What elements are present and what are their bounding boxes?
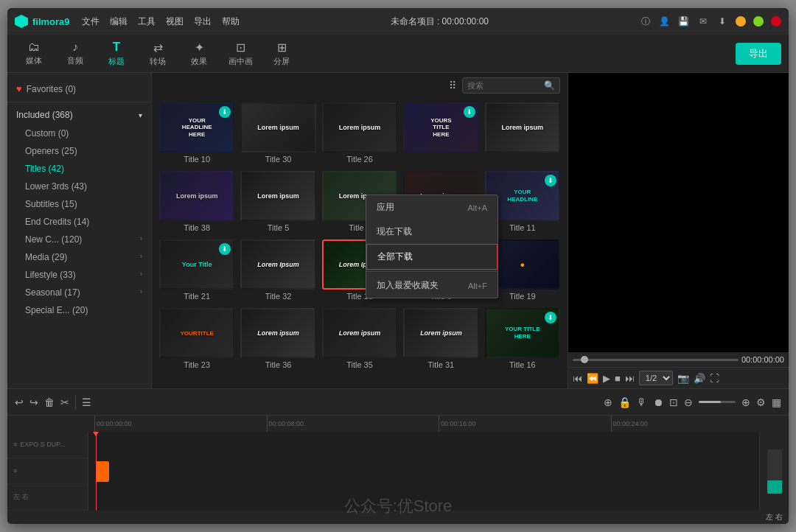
title-card-26[interactable]: Lorem ipsum Title 26	[322, 102, 397, 165]
sidebar-item-titles[interactable]: Titles (42)	[7, 160, 151, 178]
card-thumb-16: YOUR TITLEHERE ⬇	[485, 308, 560, 358]
skip-back-icon[interactable]: ⏮	[573, 373, 582, 384]
card-thumb-31: Lorem ipsum	[403, 308, 478, 358]
title-card-5[interactable]: Lorem ipsum Title 5	[240, 171, 315, 234]
playback-controls: ⏮ ⏪ ▶ ■ ⏭ 1/2 📷 🔊 ⛶	[568, 367, 789, 388]
tool-transitions[interactable]: ⇄ 转场	[139, 38, 177, 70]
tool-media[interactable]: 🗂 媒体	[15, 38, 53, 70]
sidebar-item-subtitles[interactable]: Subtitles (15)	[7, 195, 151, 213]
lock-icon[interactable]: 🔒	[618, 396, 631, 408]
favorites-label: Favorites (0)	[27, 84, 76, 94]
minimize-button[interactable]	[736, 16, 746, 27]
context-menu: 应用 Alt+A 现在下载 全部下载 加入最爱收藏夹 Alt+F	[366, 195, 498, 298]
menu-edit[interactable]: 编辑	[110, 15, 128, 28]
title-card-empty1[interactable]: YOURSTITLEHERE ⬇	[403, 102, 478, 165]
preview-timecode: 00:00:00:00	[741, 355, 784, 364]
ctx-add-favorite[interactable]: 加入最爱收藏夹 Alt+F	[366, 273, 498, 298]
export-button[interactable]: 导出	[736, 43, 781, 65]
skip-forward-icon[interactable]: ⏭	[625, 373, 635, 384]
zoom-track[interactable]	[699, 401, 736, 403]
download-icon[interactable]: ⬇	[716, 15, 728, 27]
included-label: Included (368)	[16, 110, 73, 120]
close-button[interactable]	[771, 16, 781, 27]
tool-audio[interactable]: ♪ 音频	[56, 38, 94, 70]
stop-icon[interactable]: ■	[615, 373, 621, 384]
mail-icon[interactable]: ✉	[697, 15, 709, 27]
thumb-text-empty1: YOURSTITLEHERE	[429, 116, 453, 140]
account-icon[interactable]: 👤	[659, 15, 671, 27]
volume-icon[interactable]: 🔊	[694, 373, 705, 384]
menu-tools[interactable]: 工具	[138, 15, 156, 28]
sidebar-item-lifestyle[interactable]: Lifestyle (33) ›	[7, 266, 151, 284]
undo-icon[interactable]: ↩	[15, 396, 24, 408]
mic-icon[interactable]: 🎙	[637, 396, 647, 408]
tool-pip[interactable]: ⊡ 画中画	[221, 38, 259, 70]
ctx-apply[interactable]: 应用 Alt+A	[366, 195, 498, 220]
ctx-download-now[interactable]: 现在下载	[366, 220, 498, 244]
fullscreen-icon[interactable]: ⛶	[710, 373, 719, 384]
tool-titles[interactable]: T 标题	[97, 38, 136, 70]
sidebar-item-media[interactable]: Media (29) ›	[7, 248, 151, 266]
thumb-text-5: Lorem ipsum	[256, 191, 301, 201]
panel-icon[interactable]: ▦	[772, 396, 781, 408]
menu-export[interactable]: 导出	[194, 15, 212, 28]
magnet-icon[interactable]: ⊕	[604, 396, 612, 408]
search-icon[interactable]: 🔍	[544, 80, 555, 91]
title-card-36[interactable]: Lorem ipsum Title 36	[240, 308, 315, 371]
favorites-bar[interactable]: ♥ Favorites (0)	[7, 79, 151, 99]
menu-help[interactable]: 帮助	[222, 15, 240, 28]
tool-effects[interactable]: ✦ 效果	[180, 38, 218, 70]
zoom-out-icon[interactable]: ⊖	[684, 396, 693, 408]
media-label2: Media (29)	[25, 252, 67, 262]
record-icon[interactable]: ⏺	[653, 396, 663, 408]
tool-split[interactable]: ⊞ 分屏	[262, 38, 301, 70]
track-content	[88, 432, 759, 511]
title-card-lorem1[interactable]: Lorem ipsum	[485, 102, 560, 165]
card-label-23: Title 23	[159, 358, 234, 371]
card-label-30: Title 30	[240, 153, 315, 165]
info-icon[interactable]: ⓘ	[640, 15, 652, 27]
ruler-mark-0: 00:00:00:00	[94, 416, 267, 432]
ratio-select[interactable]: 1/2	[639, 371, 673, 385]
title-card-16[interactable]: YOUR TITLEHERE ⬇ Title 16	[485, 308, 560, 371]
title-card-32[interactable]: Lorem Ipsum Title 32	[240, 239, 315, 302]
sidebar-item-endcredits[interactable]: End Credits (14)	[7, 213, 151, 231]
thumb-text-38: Lorem ipsum	[175, 191, 220, 201]
main-content: ♥ Favorites (0) Included (368) ▾ Custom …	[7, 73, 789, 388]
bt-separator	[75, 395, 76, 410]
play-icon[interactable]: ▶	[603, 373, 610, 384]
delete-icon[interactable]: 🗑	[44, 396, 55, 408]
step-back-icon[interactable]: ⏪	[587, 373, 598, 384]
cut-icon[interactable]: ✂	[60, 396, 69, 408]
sidebar-item-speciale[interactable]: Special E... (20)	[7, 301, 151, 319]
grid-view-icon[interactable]: ⠿	[449, 80, 456, 91]
included-section[interactable]: Included (368) ▾	[7, 105, 151, 125]
redo-icon[interactable]: ↪	[29, 396, 38, 408]
search-input[interactable]	[467, 81, 541, 90]
sidebar-item-openers[interactable]: Openers (25)	[7, 142, 151, 160]
title-card-23[interactable]: YOURTITLE Title 23	[159, 308, 234, 371]
card-label-36: Title 36	[240, 358, 315, 371]
snapshot-icon[interactable]: 📷	[677, 373, 689, 384]
preview-slider[interactable]	[573, 359, 739, 361]
settings-icon[interactable]: ⚙	[756, 396, 766, 408]
save-icon[interactable]: 💾	[678, 15, 690, 27]
title-card-21[interactable]: Your Title ⬇ Title 21	[159, 239, 234, 302]
title-card-10[interactable]: YOURHEADLINEHERE ⬇ Title 10	[159, 102, 234, 165]
sidebar-item-lower3rds[interactable]: Lower 3rds (43)	[7, 178, 151, 195]
sidebar-item-custom[interactable]: Custom (0)	[7, 125, 151, 142]
ctx-download-all[interactable]: 全部下载	[366, 244, 498, 270]
title-card-35[interactable]: Lorem ipsum Title 35	[322, 308, 397, 371]
menu-view[interactable]: 视图	[166, 15, 184, 28]
maximize-button[interactable]	[753, 16, 764, 27]
title-card-38[interactable]: Lorem ipsum Title 38	[159, 171, 234, 234]
sidebar-item-seasonal[interactable]: Seasonal (17) ›	[7, 284, 151, 301]
title-card-30[interactable]: Lorem ipsum Title 30	[240, 102, 315, 165]
title-card-31[interactable]: Lorem ipsum Title 31	[403, 308, 478, 371]
toolbar-right: 导出	[736, 43, 781, 65]
split-track-icon[interactable]: ⊡	[669, 396, 678, 408]
sidebar-item-newc[interactable]: New C... (120) ›	[7, 231, 151, 248]
clip-icon[interactable]: ☰	[82, 396, 91, 408]
menu-file[interactable]: 文件	[82, 15, 100, 28]
zoom-in-icon[interactable]: ⊕	[741, 396, 750, 408]
